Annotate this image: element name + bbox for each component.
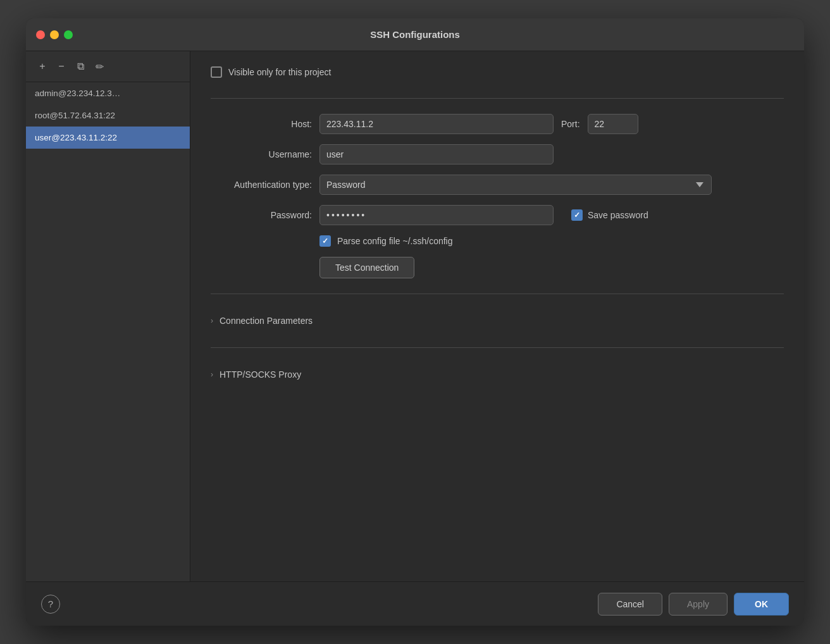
save-password-wrapper: Save password — [571, 209, 648, 221]
form-area: Visible only for this project Host: Port… — [190, 51, 804, 581]
password-label: Password: — [211, 210, 312, 220]
divider-top — [211, 98, 784, 99]
sidebar: + − ⧉ ✏ admin@23.234.12.3… root@51.72.64… — [26, 51, 190, 581]
config-item-1[interactable]: root@51.72.64.31:22 — [26, 104, 190, 127]
host-port-row: Host: Port: — [211, 114, 784, 134]
sidebar-toolbar: + − ⧉ ✏ — [26, 51, 190, 82]
config-item-2[interactable]: user@223.43.11.2:22 — [26, 127, 190, 149]
username-label: Username: — [211, 149, 312, 159]
host-label: Host: — [211, 119, 312, 129]
maximize-button[interactable] — [64, 30, 73, 39]
footer: ? Cancel Apply OK — [26, 581, 804, 626]
minimize-button[interactable] — [50, 30, 59, 39]
proxy-chevron-icon: › — [211, 370, 213, 379]
test-connection-wrapper: Test Connection — [211, 257, 784, 278]
add-config-button[interactable]: + — [34, 58, 51, 75]
parse-config-checkbox[interactable] — [319, 235, 331, 247]
help-button[interactable]: ? — [41, 595, 60, 614]
password-row: Password: Save password — [211, 205, 784, 225]
title-bar: SSH Configurations — [26, 18, 804, 51]
host-input[interactable] — [319, 114, 554, 134]
config-item-0[interactable]: admin@23.234.12.3… — [26, 82, 190, 104]
visible-only-label: Visible only for this project — [228, 67, 331, 77]
parse-config-label: Parse config file ~/.ssh/config — [337, 236, 453, 246]
cancel-button[interactable]: Cancel — [598, 593, 662, 616]
port-input[interactable] — [588, 114, 638, 134]
divider-mid-1 — [211, 294, 784, 294]
visible-only-row: Visible only for this project — [211, 66, 784, 78]
traffic-lights — [36, 30, 73, 39]
parse-config-row: Parse config file ~/.ssh/config — [319, 235, 784, 247]
test-connection-button[interactable]: Test Connection — [319, 257, 414, 278]
ssh-configurations-dialog: SSH Configurations + − ⧉ ✏ admin@23.234.… — [26, 18, 804, 626]
password-input[interactable] — [319, 205, 554, 225]
auth-type-row: Authentication type: Password Key pair O… — [211, 175, 784, 195]
dialog-title: SSH Configurations — [370, 29, 460, 40]
port-label: Port: — [561, 119, 580, 129]
edit-config-button[interactable]: ✏ — [90, 58, 108, 75]
visible-only-checkbox[interactable] — [211, 66, 222, 78]
ok-button[interactable]: OK — [734, 593, 789, 616]
auth-type-label: Authentication type: — [211, 180, 312, 190]
connection-params-label: Connection Parameters — [220, 316, 313, 326]
connection-params-chevron-icon: › — [211, 316, 213, 325]
auth-type-select[interactable]: Password Key pair OpenSSH config and aut… — [319, 175, 712, 195]
footer-left: ? — [41, 595, 60, 614]
username-input[interactable] — [319, 144, 554, 164]
copy-config-button[interactable]: ⧉ — [71, 58, 89, 75]
apply-button[interactable]: Apply — [669, 593, 728, 616]
save-password-label: Save password — [588, 210, 648, 220]
footer-right: Cancel Apply OK — [598, 593, 789, 616]
connection-params-section[interactable]: › Connection Parameters — [211, 309, 784, 332]
save-password-checkbox[interactable] — [571, 209, 583, 221]
config-list: admin@23.234.12.3… root@51.72.64.31:22 u… — [26, 82, 190, 581]
remove-config-button[interactable]: − — [53, 58, 70, 75]
main-content: + − ⧉ ✏ admin@23.234.12.3… root@51.72.64… — [26, 51, 804, 581]
divider-mid-2 — [211, 347, 784, 348]
username-row: Username: — [211, 144, 784, 164]
proxy-section[interactable]: › HTTP/SOCKS Proxy — [211, 363, 784, 386]
close-button[interactable] — [36, 30, 45, 39]
proxy-label: HTTP/SOCKS Proxy — [220, 369, 301, 380]
